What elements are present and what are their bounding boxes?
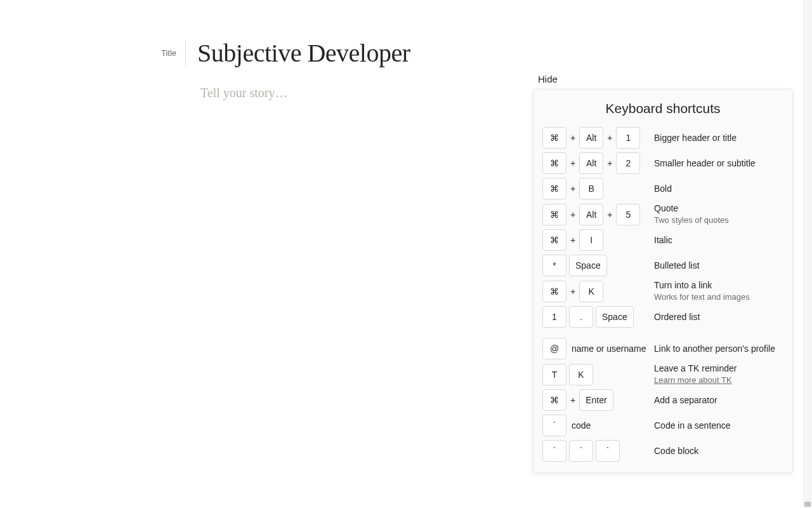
shortcut-keys: *Space	[542, 255, 649, 276]
shortcut-row: @name or usernameLink to another person'…	[542, 336, 783, 361]
shortcut-keys: ⌘+Alt+5	[542, 204, 649, 225]
key-cap: ⌘	[542, 152, 566, 174]
key-cap: ⌘	[542, 389, 566, 411]
plus-separator: +	[569, 235, 577, 245]
key-cap: 2	[616, 152, 640, 174]
shortcut-keys: ⌘+B	[542, 178, 649, 199]
key-cap: 1	[542, 306, 566, 328]
shortcut-desc-sub: Works for text and images	[654, 292, 783, 303]
key-cap: 5	[616, 204, 640, 225]
key-cap: @	[542, 338, 566, 359]
shortcut-description: Bold	[649, 183, 783, 194]
shortcut-desc-text: Ordered list	[654, 312, 700, 322]
shortcuts-section-gap	[542, 330, 783, 336]
shortcut-desc-text: Link to another person's profile	[654, 344, 775, 354]
plus-separator: +	[569, 210, 577, 220]
shortcut-desc-text: Italic	[654, 235, 672, 245]
shortcut-desc-text: Bulleted list	[654, 260, 700, 271]
shortcut-keys: `code	[542, 415, 649, 436]
shortcut-row: ⌘+IItalic	[542, 227, 783, 253]
key-cap: Alt	[579, 127, 603, 149]
shortcut-keys: ⌘+Alt+1	[542, 127, 649, 149]
shortcut-description: QuoteTwo styles of quotes	[649, 203, 783, 226]
key-cap: `	[542, 415, 566, 436]
shortcut-inline-text: name or username	[569, 344, 646, 354]
shortcut-description: Bigger header or title	[649, 132, 783, 144]
key-cap: ⌘	[542, 127, 566, 149]
plus-separator: +	[569, 133, 577, 143]
editor-area: Title Subjective Developer Tell your sto…	[0, 0, 533, 100]
shortcut-description: Smaller header or subtitle	[649, 157, 783, 169]
plus-separator: +	[569, 286, 577, 297]
key-cap: I	[579, 229, 603, 251]
learn-more-link[interactable]: Learn more about TK	[654, 375, 732, 385]
shortcut-desc-text: Smaller header or subtitle	[654, 158, 756, 168]
shortcut-desc-text: Bigger header or title	[654, 133, 737, 143]
shortcut-description: Add a separator	[649, 394, 783, 406]
key-cap: ⌘	[542, 229, 566, 251]
shortcut-row: ⌘+Alt+2Smaller header or subtitle	[542, 150, 783, 176]
key-cap: B	[579, 178, 603, 199]
key-cap: T	[542, 364, 566, 385]
key-cap: ⌘	[542, 178, 566, 199]
key-cap: `	[542, 440, 566, 462]
shortcut-keys: @name or username	[542, 338, 649, 359]
shortcut-keys: ⌘+K	[542, 281, 649, 302]
key-cap: `	[569, 440, 593, 462]
shortcut-desc-text: Quote	[654, 203, 678, 213]
title-divider	[185, 41, 186, 66]
shortcut-keys: ⌘+I	[542, 229, 649, 251]
plus-separator: +	[569, 158, 577, 168]
vertical-scrollbar[interactable]	[803, 0, 812, 508]
key-cap: ⌘	[542, 204, 566, 225]
shortcut-row: ⌘+KTurn into a linkWorks for text and im…	[542, 278, 783, 304]
shortcut-row: TKLeave a TK reminderLearn more about TK	[542, 361, 783, 387]
key-cap: Enter	[579, 389, 613, 411]
key-cap: .	[569, 306, 593, 328]
story-body-input[interactable]: Tell your story…	[200, 86, 287, 100]
shortcut-description: Italic	[649, 234, 783, 246]
title-label: Title	[161, 48, 185, 58]
shortcut-desc-text: Code block	[654, 446, 698, 456]
shortcut-desc-text: Leave a TK reminder	[654, 363, 737, 373]
post-title-input[interactable]: Subjective Developer	[197, 38, 410, 68]
shortcut-description: Code in a sentence	[649, 420, 783, 431]
key-cap: Alt	[579, 152, 603, 174]
plus-separator: +	[606, 210, 613, 220]
key-cap: *	[542, 255, 566, 276]
shortcut-keys: 1.Space	[542, 306, 649, 328]
shortcut-row: 1.SpaceOrdered list	[542, 304, 783, 330]
shortcut-keys: ⌘+Enter	[542, 389, 649, 411]
shortcut-description: Turn into a linkWorks for text and image…	[649, 279, 783, 303]
key-cap: K	[569, 364, 593, 385]
shortcut-desc-text: Code in a sentence	[654, 420, 731, 431]
shortcut-row: ⌘+EnterAdd a separator	[542, 387, 783, 413]
key-cap: Space	[596, 306, 634, 328]
shortcuts-list: ⌘+Alt+1Bigger header or title⌘+Alt+2Smal…	[542, 125, 783, 464]
shortcut-description: Link to another person's profile	[649, 343, 783, 354]
shortcut-row: ⌘+Alt+1Bigger header or title	[542, 125, 783, 150]
shortcut-desc-sub: Two styles of quotes	[654, 215, 783, 226]
scrollbar-thumb[interactable]	[804, 502, 811, 507]
keyboard-shortcuts-panel: Keyboard shortcuts ⌘+Alt+1Bigger header …	[533, 89, 793, 473]
shortcut-keys: TK	[542, 364, 649, 385]
shortcut-description: Leave a TK reminderLearn more about TK	[649, 363, 783, 386]
shortcut-keys: ⌘+Alt+2	[542, 152, 649, 174]
key-cap: `	[596, 440, 620, 462]
shortcut-desc-text: Add a separator	[654, 395, 717, 405]
plus-separator: +	[569, 184, 577, 194]
key-cap: ⌘	[542, 281, 566, 302]
key-cap: Space	[569, 255, 607, 276]
shortcut-description: Bulleted list	[649, 260, 783, 271]
shortcut-row: ⌘+Alt+5QuoteTwo styles of quotes	[542, 201, 783, 227]
shortcut-row: ⌘+BBold	[542, 176, 783, 201]
shortcut-row: `codeCode in a sentence	[542, 413, 783, 438]
hide-shortcuts-link[interactable]: Hide	[538, 74, 558, 84]
shortcut-desc-text: Bold	[654, 184, 672, 194]
shortcut-keys: ```	[542, 440, 649, 462]
shortcut-row: *SpaceBulleted list	[542, 253, 783, 278]
shortcut-desc-text: Turn into a link	[654, 280, 712, 290]
key-cap: Alt	[579, 204, 603, 225]
plus-separator: +	[569, 395, 577, 405]
shortcut-description: Code block	[649, 445, 783, 457]
